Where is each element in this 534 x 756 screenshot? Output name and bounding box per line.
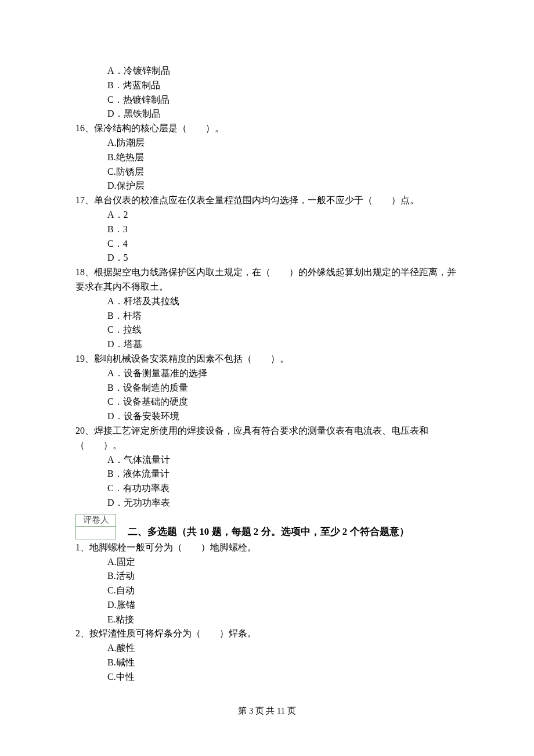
q17-option-b: B．3 — [75, 222, 459, 237]
q18-option-d: D．塔基 — [75, 337, 459, 352]
q18-option-b: B．杆塔 — [75, 309, 459, 323]
q19-text: 19、影响机械设备安装精度的因素不包括（ ）。 — [75, 352, 459, 366]
m2-option-b: B.碱性 — [75, 656, 459, 670]
q19-option-d: D．设备安装环境 — [75, 409, 459, 424]
q16-option-d: D.保护层 — [75, 179, 459, 193]
page-footer: 第 3 页 共 11 页 — [75, 705, 459, 717]
m1-option-d: D.胀锚 — [75, 598, 459, 613]
grader-empty-cell — [75, 527, 116, 539]
m1-option-a: A.固定 — [75, 555, 459, 570]
q20-option-b: B．液体流量计 — [75, 467, 459, 481]
q17-option-d: D．5 — [75, 251, 459, 265]
q20-option-c: C．有功功率表 — [75, 481, 459, 496]
q18-text: 18、根据架空电力线路保护区内取土规定，在（ ）的外缘线起算划出规定的半径距离，… — [75, 265, 459, 294]
m1-option-e: E.粘接 — [75, 613, 459, 627]
q16-option-c: C.防锈层 — [75, 165, 459, 179]
grader-label: 评卷人 — [75, 514, 116, 527]
m2-text: 2、按焊渣性质可将焊条分为（ ）焊条。 — [75, 627, 459, 641]
q15-option-d: D．黑铁制品 — [75, 107, 459, 121]
q19-option-a: A．设备测量基准的选择 — [75, 366, 459, 381]
q19-option-c: C．设备基础的硬度 — [75, 395, 459, 409]
q16-option-b: B.绝热层 — [75, 150, 459, 165]
m2-option-c: C.中性 — [75, 670, 459, 685]
q17-option-a: A．2 — [75, 208, 459, 222]
q17-text: 17、单台仪表的校准点应在仪表全量程范围内均匀选择，一般不应少于（ ）点。 — [75, 193, 459, 208]
section2-header-row: 评卷人 二、多选题（共 10 题，每题 2 分。选项中，至少 2 个符合题意） — [75, 512, 459, 539]
q19-option-b: B．设备制造的质量 — [75, 381, 459, 395]
q18-option-c: C．拉线 — [75, 323, 459, 337]
q16-text: 16、保冷结构的核心层是（ ）。 — [75, 121, 459, 136]
m1-option-c: C.自动 — [75, 584, 459, 598]
q15-option-a: A．冷镀锌制品 — [75, 64, 459, 78]
q20-option-d: D．无功功率表 — [75, 496, 459, 510]
page-content: A．冷镀锌制品 B．烤蓝制品 C．热镀锌制品 D．黑铁制品 16、保冷结构的核心… — [0, 0, 534, 740]
section2-title: 二、多选题（共 10 题，每题 2 分。选项中，至少 2 个符合题意） — [116, 525, 409, 539]
m2-option-a: A.酸性 — [75, 641, 459, 656]
q15-option-c: C．热镀锌制品 — [75, 93, 459, 107]
q15-option-b: B．烤蓝制品 — [75, 78, 459, 93]
q20-text: 20、焊接工艺评定所使用的焊接设备，应具有符合要求的测量仪表有电流表、电压表和（… — [75, 424, 459, 453]
m1-option-b: B.活动 — [75, 569, 459, 584]
q16-option-a: A.防潮层 — [75, 136, 459, 150]
q18-option-a: A．杆塔及其拉线 — [75, 294, 459, 309]
q20-option-a: A．气体流量计 — [75, 453, 459, 467]
grader-box: 评卷人 — [75, 514, 116, 539]
m1-text: 1、地脚螺栓一般可分为（ ）地脚螺栓。 — [75, 541, 459, 555]
q17-option-c: C．4 — [75, 237, 459, 251]
